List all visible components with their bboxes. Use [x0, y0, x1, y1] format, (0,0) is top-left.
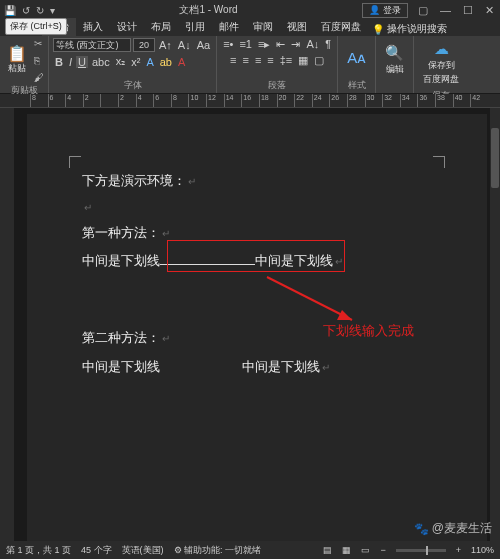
bold-button[interactable]: B — [53, 56, 65, 68]
copy-icon[interactable]: ⎘ — [34, 55, 44, 66]
group-editing: 🔍 编辑 — [376, 36, 414, 93]
minimize-button[interactable]: — — [438, 4, 453, 16]
justify-icon[interactable]: ≡ — [265, 54, 275, 67]
borders-icon[interactable]: ▢ — [312, 54, 326, 67]
editing-button[interactable]: 🔍 编辑 — [380, 42, 409, 78]
strike-button[interactable]: abc — [90, 56, 112, 68]
tab-view[interactable]: 视图 — [280, 18, 314, 36]
font-name-select[interactable] — [53, 38, 131, 52]
styles-icon: Aᴀ — [347, 49, 366, 67]
tab-review[interactable]: 审阅 — [246, 18, 280, 36]
group-save-cloud: ☁ 保存到 百度网盘 保存 — [414, 36, 468, 93]
group-font: A↑ A↓ Aa B I U abc x₂ x² A ab A 字体 — [49, 36, 217, 93]
status-accessibility[interactable]: ⚙ 辅助功能: 一切就绪 — [174, 544, 262, 557]
watermark: 🐾 @麦麦生活 — [414, 520, 492, 537]
numbering-icon[interactable]: ≡1 — [237, 38, 254, 51]
group-styles: Aᴀ 样式 — [338, 36, 376, 93]
increase-indent-icon[interactable]: ⇥ — [289, 38, 302, 51]
vertical-ruler[interactable] — [0, 108, 14, 541]
horizontal-ruler[interactable]: 8642246810121416182022242628303234363840… — [0, 94, 500, 108]
text-effects-icon[interactable]: A — [144, 56, 155, 68]
paste-button[interactable]: 📋 粘贴 — [4, 44, 30, 77]
align-right-icon[interactable]: ≡ — [253, 54, 263, 67]
italic-button[interactable]: I — [67, 56, 74, 68]
decrease-indent-icon[interactable]: ⇤ — [274, 38, 287, 51]
line-spacing-icon[interactable]: ‡≡ — [278, 54, 295, 67]
svg-line-0 — [267, 277, 352, 320]
show-marks-icon[interactable]: ¶ — [323, 38, 333, 51]
margin-mark-tr — [433, 156, 445, 168]
cut-icon[interactable]: ✂ — [34, 38, 44, 49]
save-to-baidu-button[interactable]: ☁ 保存到 百度网盘 — [418, 38, 464, 88]
paw-icon: 🐾 — [414, 522, 429, 536]
ribbon-options-icon[interactable]: ▢ — [416, 4, 430, 17]
tab-design[interactable]: 设计 — [110, 18, 144, 36]
zoom-out-button[interactable]: − — [380, 545, 385, 555]
subscript-button[interactable]: x₂ — [114, 55, 128, 68]
tell-me-search[interactable]: 💡操作说明搜索 — [372, 22, 447, 36]
align-left-icon[interactable]: ≡ — [228, 54, 238, 67]
tab-references[interactable]: 引用 — [178, 18, 212, 36]
save-icon[interactable]: 💾 — [4, 5, 16, 16]
text[interactable]: 中间是下划线 — [242, 355, 320, 380]
tab-insert[interactable]: 插入 — [76, 18, 110, 36]
zoom-slider[interactable] — [396, 549, 446, 552]
maximize-button[interactable]: ☐ — [461, 4, 475, 17]
tab-mailings[interactable]: 邮件 — [212, 18, 246, 36]
pilcrow-icon: ↵ — [322, 358, 330, 377]
group-label: 字体 — [53, 78, 212, 92]
quick-access-toolbar: 💾 ↺ ↻ ▾ — [4, 5, 55, 16]
window-title: 文档1 - Word — [55, 3, 362, 17]
tab-layout[interactable]: 布局 — [144, 18, 178, 36]
grow-font-icon[interactable]: A↑ — [157, 39, 174, 51]
zoom-level[interactable]: 110% — [471, 545, 494, 555]
titlebar: 💾 ↺ ↻ ▾ 文档1 - Word 👤 登录 ▢ — ☐ ✕ — [0, 0, 500, 20]
pilcrow-icon: ↵ — [188, 172, 196, 191]
find-icon: 🔍 — [385, 44, 404, 62]
font-color-icon[interactable]: A — [176, 56, 187, 68]
text[interactable]: 中间是下划线 — [82, 249, 160, 274]
close-button[interactable]: ✕ — [483, 4, 496, 17]
group-label — [380, 81, 409, 92]
underline-button[interactable]: U — [76, 56, 88, 68]
text[interactable]: 第二种方法： — [82, 326, 160, 351]
format-painter-icon[interactable]: 🖌 — [34, 72, 44, 83]
vertical-scrollbar[interactable] — [490, 108, 500, 541]
multilevel-icon[interactable]: ≡▸ — [256, 38, 272, 51]
group-label: 样式 — [342, 78, 371, 92]
text[interactable]: 中间是下划线 — [82, 355, 160, 380]
view-read-icon[interactable]: ▤ — [323, 545, 332, 555]
login-button[interactable]: 👤 登录 — [362, 3, 408, 18]
text[interactable]: 第一种方法： — [82, 221, 160, 246]
view-print-icon[interactable]: ▦ — [342, 545, 351, 555]
status-language[interactable]: 英语(美国) — [122, 544, 164, 557]
zoom-in-button[interactable]: + — [456, 545, 461, 555]
page-scroll[interactable]: 下方是演示环境：↵ ↵ 第一种方法：↵ 中间是下划线 中间是下划线 ↵ 第二种方… — [14, 108, 500, 541]
shading-icon[interactable]: ▦ — [296, 54, 310, 67]
status-bar: 第 1 页，共 1 页 45 个字 英语(美国) ⚙ 辅助功能: 一切就绪 ▤ … — [0, 541, 500, 559]
shrink-font-icon[interactable]: A↓ — [176, 39, 193, 51]
view-web-icon[interactable]: ▭ — [361, 545, 370, 555]
font-size-select[interactable] — [133, 38, 155, 52]
bullets-icon[interactable]: ≡• — [221, 38, 235, 51]
page[interactable]: 下方是演示环境：↵ ↵ 第一种方法：↵ 中间是下划线 中间是下划线 ↵ 第二种方… — [27, 114, 487, 541]
align-center-icon[interactable]: ≡ — [240, 54, 250, 67]
status-word-count[interactable]: 45 个字 — [81, 544, 112, 557]
status-page[interactable]: 第 1 页，共 1 页 — [6, 544, 71, 557]
ribbon: 📋 粘贴 ✂ ⎘ 🖌 剪贴板 A↑ A↓ Aa B I U — [0, 36, 500, 94]
text[interactable]: 下方是演示环境： — [82, 169, 186, 194]
highlight-icon[interactable]: ab — [158, 56, 174, 68]
change-case-icon[interactable]: Aa — [195, 39, 212, 51]
ribbon-tabs: 文件 开始 插入 设计 布局 引用 邮件 审阅 视图 百度网盘 💡操作说明搜索 — [0, 20, 500, 36]
sort-icon[interactable]: A↓ — [304, 38, 321, 51]
paragraph: 下方是演示环境：↵ — [82, 169, 432, 194]
paragraph: 中间是下划线 中间是下划线 ↵ — [82, 355, 432, 380]
scroll-thumb[interactable] — [491, 128, 499, 188]
document-area: 下方是演示环境：↵ ↵ 第一种方法：↵ 中间是下划线 中间是下划线 ↵ 第二种方… — [0, 108, 500, 541]
superscript-button[interactable]: x² — [129, 56, 142, 68]
undo-icon[interactable]: ↺ — [22, 5, 30, 16]
user-icon: 👤 — [369, 5, 380, 15]
redo-icon[interactable]: ↻ — [36, 5, 44, 16]
styles-button[interactable]: Aᴀ — [342, 47, 371, 69]
tab-baidu[interactable]: 百度网盘 — [314, 18, 368, 36]
